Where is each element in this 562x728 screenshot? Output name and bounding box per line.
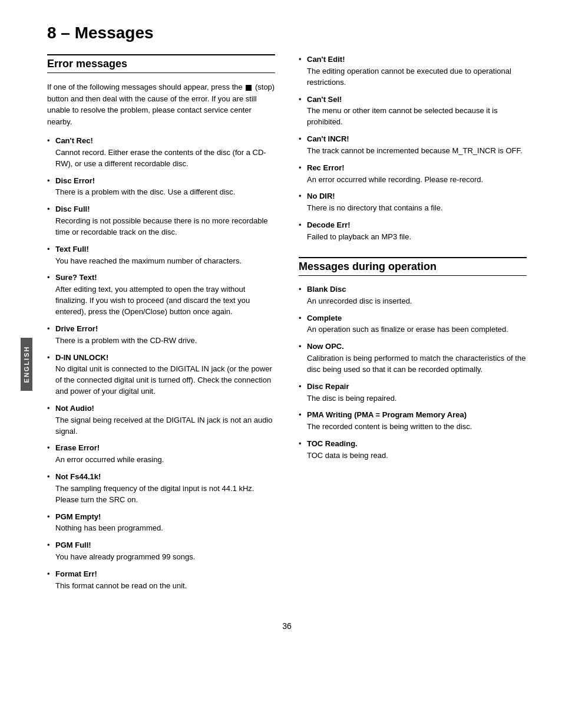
desc: No digital unit is connected to the DIGI… bbox=[55, 364, 275, 397]
term: Disc Repair bbox=[307, 382, 349, 391]
list-item: Can't Rec!Cannot record. Either erase th… bbox=[47, 136, 275, 170]
desc: The recorded content is being written to… bbox=[307, 421, 527, 433]
term: Format Err! bbox=[55, 569, 97, 578]
list-item: Disc Full!Recording is not possible beca… bbox=[47, 204, 275, 238]
page: ENGLISH 8 – Messages Error messages If o… bbox=[0, 0, 562, 728]
list-item: TOC Reading.TOC data is being read. bbox=[299, 439, 527, 462]
desc: Recording is not possible because there … bbox=[55, 216, 275, 238]
term: Not Audio! bbox=[55, 404, 94, 413]
term: D-IN UNLOCK! bbox=[55, 353, 108, 362]
list-item: Can't Sel!The menu or other item cannot … bbox=[299, 94, 527, 129]
list-item: Sure? Text!After editing text, you attem… bbox=[47, 272, 275, 317]
error-section: Error messages If one of the following m… bbox=[47, 54, 275, 592]
term: Disc Error! bbox=[55, 176, 95, 185]
list-item: Now OPC.Calibration is being performed t… bbox=[299, 341, 527, 375]
sidebar-label: ENGLISH bbox=[21, 338, 32, 391]
list-item: Not Audio!The signal being received at t… bbox=[47, 403, 275, 437]
desc: An error occurred while erasing. bbox=[55, 454, 275, 466]
list-item: Rec Error!An error occurred while record… bbox=[299, 163, 527, 186]
operation-list: Blank DiscAn unrecorded disc is inserted… bbox=[299, 284, 527, 462]
term: Can't INCR! bbox=[307, 134, 349, 143]
desc: The signal being received at the DIGITAL… bbox=[55, 415, 275, 437]
term: Blank Disc bbox=[307, 285, 346, 294]
desc: TOC data is being read. bbox=[307, 450, 527, 462]
desc: Failed to playback an MP3 file. bbox=[307, 232, 527, 243]
desc: Nothing has been programmed. bbox=[55, 523, 275, 534]
term: Can't Rec! bbox=[55, 136, 93, 145]
term: Sure? Text! bbox=[55, 273, 97, 282]
stop-icon bbox=[246, 85, 252, 91]
list-item: No DIR!There is no directory that contai… bbox=[299, 191, 527, 214]
two-col-layout: Error messages If one of the following m… bbox=[47, 54, 527, 598]
list-item: Disc Error!There is a problem with the d… bbox=[47, 176, 275, 199]
desc: The sampling frequency of the digital in… bbox=[55, 483, 275, 506]
list-item: Text Full!You have reached the maximum n… bbox=[47, 244, 275, 267]
list-item: Drive Error!There is a problem with the … bbox=[47, 324, 275, 347]
operation-section-title: Messages during operation bbox=[299, 257, 527, 276]
desc: There is no directory that contains a fi… bbox=[307, 203, 527, 214]
list-item: Format Err!This format cannot be read on… bbox=[47, 569, 275, 592]
page-number: 36 bbox=[47, 621, 527, 631]
desc: The menu or other item cannot be selecte… bbox=[307, 106, 527, 128]
desc: This format cannot be read on the unit. bbox=[55, 581, 275, 592]
desc: An operation such as finalize or erase h… bbox=[307, 324, 527, 335]
list-item: CompleteAn operation such as finalize or… bbox=[299, 313, 527, 336]
desc: An unrecorded disc is inserted. bbox=[307, 296, 527, 307]
error-section-title: Error messages bbox=[47, 54, 275, 73]
right-error-list: Can't Edit!The editing operation cannot … bbox=[299, 54, 527, 243]
term: No DIR! bbox=[307, 192, 335, 200]
desc: The track cannot be incremented because … bbox=[307, 146, 527, 157]
desc: There is a problem with the disc. Use a … bbox=[55, 187, 275, 198]
term: Drive Error! bbox=[55, 324, 98, 333]
term: Can't Edit! bbox=[307, 55, 345, 64]
list-item: Decode Err!Failed to playback an MP3 fil… bbox=[299, 220, 527, 243]
chapter-title: 8 – Messages bbox=[47, 24, 527, 42]
term: Complete bbox=[307, 314, 342, 322]
term: TOC Reading. bbox=[307, 439, 358, 448]
error-list: Can't Rec!Cannot record. Either erase th… bbox=[47, 136, 275, 592]
desc: You have reached the maximum number of c… bbox=[55, 256, 275, 267]
list-item: Can't INCR!The track cannot be increment… bbox=[299, 134, 527, 157]
term: Text Full! bbox=[55, 245, 89, 253]
list-item: Disc RepairThe disc is being repaired. bbox=[299, 381, 527, 404]
list-item: Erase Error!An error occurred while eras… bbox=[47, 443, 275, 466]
list-item: Can't Edit!The editing operation cannot … bbox=[299, 54, 527, 88]
operation-section: Messages during operation Blank DiscAn u… bbox=[299, 257, 527, 462]
term: Disc Full! bbox=[55, 205, 90, 213]
intro-text: If one of the following messages should … bbox=[47, 81, 275, 127]
list-item: D-IN UNLOCK!No digital unit is connected… bbox=[47, 353, 275, 397]
desc: An error occurred while recording. Pleas… bbox=[307, 174, 527, 186]
desc: The disc is being repaired. bbox=[307, 393, 527, 404]
term: Erase Error! bbox=[55, 443, 100, 452]
desc: You have already programmed 99 songs. bbox=[55, 552, 275, 563]
left-column: Error messages If one of the following m… bbox=[47, 54, 275, 598]
list-item: Blank DiscAn unrecorded disc is inserted… bbox=[299, 284, 527, 307]
desc: There is a problem with the CD-RW drive. bbox=[55, 335, 275, 347]
desc: Cannot record. Either erase the contents… bbox=[55, 147, 275, 170]
list-item: PGM Full!You have already programmed 99 … bbox=[47, 540, 275, 563]
term: Now OPC. bbox=[307, 342, 344, 351]
list-item: Not Fs44.1k!The sampling frequency of th… bbox=[47, 472, 275, 506]
term: PMA Writing (PMA = Program Memory Area) bbox=[307, 410, 467, 419]
right-column: Can't Edit!The editing operation cannot … bbox=[299, 54, 527, 598]
list-item: PGM Empty!Nothing has been programmed. bbox=[47, 512, 275, 535]
desc: After editing text, you attempted to ope… bbox=[55, 284, 275, 318]
term: Can't Sel! bbox=[307, 95, 342, 104]
desc: The editing operation cannot be executed… bbox=[307, 66, 527, 88]
desc: Calibration is being performed to match … bbox=[307, 353, 527, 375]
main-content: 8 – Messages Error messages If one of th… bbox=[47, 24, 527, 631]
term: PGM Empty! bbox=[55, 512, 101, 521]
term: Rec Error! bbox=[307, 163, 345, 172]
term: PGM Full! bbox=[55, 541, 91, 549]
term: Not Fs44.1k! bbox=[55, 472, 101, 481]
list-item: PMA Writing (PMA = Program Memory Area)T… bbox=[299, 410, 527, 433]
term: Decode Err! bbox=[307, 220, 351, 229]
